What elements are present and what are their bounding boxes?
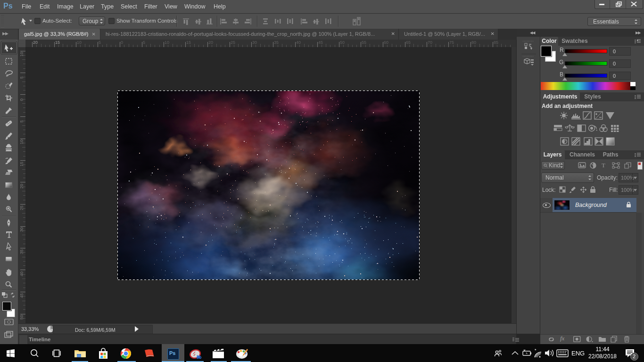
svg-text:*: * [535, 348, 537, 353]
